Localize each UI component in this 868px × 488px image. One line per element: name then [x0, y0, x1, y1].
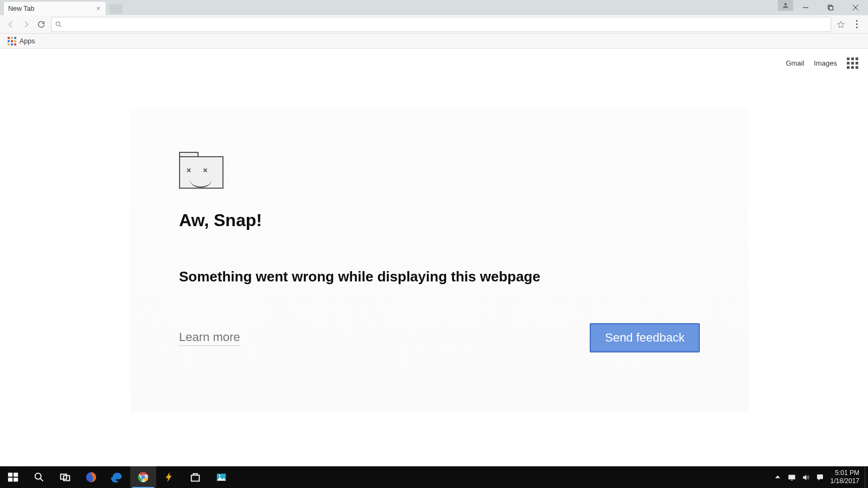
- person-icon: [782, 2, 789, 9]
- svg-rect-2: [829, 7, 833, 10]
- svg-rect-7: [8, 473, 12, 477]
- tray-action-center-icon[interactable]: [813, 466, 827, 488]
- send-feedback-button[interactable]: Send feedback: [590, 323, 700, 352]
- svg-rect-9: [8, 478, 12, 481]
- svg-rect-20: [789, 475, 795, 479]
- show-desktop-button[interactable]: [865, 466, 868, 488]
- system-tray: 5:01 PM 1/18/2017: [771, 466, 868, 488]
- browser-tab-strip: New Tab ×: [0, 0, 868, 15]
- svg-point-5: [56, 22, 60, 25]
- reload-button[interactable]: [34, 17, 49, 32]
- navigation-toolbar: [0, 15, 868, 34]
- window-minimize-button[interactable]: [793, 0, 818, 15]
- apps-icon: [8, 37, 16, 46]
- bookmarks-bar: Apps: [0, 34, 868, 49]
- page-content: Gmail Images ×× Aw, Snap! Something went…: [0, 49, 868, 466]
- task-view-button[interactable]: [52, 466, 78, 488]
- taskbar-winamp[interactable]: [156, 466, 182, 488]
- learn-more-link[interactable]: Learn more: [179, 330, 240, 346]
- taskbar-clock[interactable]: 5:01 PM 1/18/2017: [827, 469, 865, 485]
- svg-line-12: [40, 478, 43, 481]
- search-icon: [55, 21, 62, 28]
- browser-tab-new-tab[interactable]: New Tab ×: [3, 1, 106, 15]
- svg-line-6: [59, 25, 61, 27]
- svg-rect-8: [14, 473, 18, 477]
- tray-overflow-button[interactable]: [771, 466, 785, 488]
- new-tab-button[interactable]: [110, 4, 123, 14]
- kebab-menu-icon: [856, 20, 858, 28]
- sad-folder-icon: ××: [179, 152, 224, 189]
- photos-icon: [215, 471, 227, 483]
- window-maximize-button[interactable]: [818, 0, 843, 15]
- window-controls: [793, 0, 868, 15]
- images-link[interactable]: Images: [814, 59, 837, 67]
- taskbar-photos[interactable]: [208, 466, 234, 488]
- windows-taskbar: 5:01 PM 1/18/2017: [0, 466, 868, 488]
- store-icon: [189, 471, 201, 483]
- windows-logo-icon: [7, 471, 19, 483]
- apps-bookmark[interactable]: Apps: [4, 36, 39, 47]
- address-bar[interactable]: [51, 17, 831, 32]
- task-view-icon: [59, 471, 71, 483]
- svg-point-11: [35, 473, 41, 479]
- firefox-icon: [85, 471, 97, 483]
- profile-button[interactable]: [778, 0, 793, 11]
- start-button[interactable]: [0, 466, 26, 488]
- tray-volume-icon[interactable]: [799, 466, 813, 488]
- omnibox-input[interactable]: [66, 20, 827, 28]
- gmail-link[interactable]: Gmail: [786, 59, 804, 67]
- taskbar-firefox[interactable]: [78, 466, 104, 488]
- google-header-links: Gmail Images: [786, 57, 858, 69]
- svg-point-19: [219, 475, 220, 477]
- apps-bookmark-label: Apps: [20, 37, 35, 45]
- window-close-button[interactable]: [843, 0, 868, 15]
- svg-rect-10: [14, 478, 18, 481]
- taskbar-edge[interactable]: [104, 466, 130, 488]
- chrome-menu-button[interactable]: [848, 20, 865, 28]
- clock-date: 1/18/2017: [831, 477, 859, 485]
- lightning-icon: [163, 471, 175, 483]
- taskbar-store[interactable]: [182, 466, 208, 488]
- error-actions: Learn more Send feedback: [179, 323, 700, 352]
- tab-title: New Tab: [8, 5, 34, 12]
- chrome-icon: [137, 471, 149, 483]
- search-icon: [33, 471, 45, 483]
- error-title: Aw, Snap!: [179, 210, 700, 230]
- tray-display-icon[interactable]: [785, 466, 799, 488]
- error-subtitle: Something went wrong while displaying th…: [179, 268, 700, 285]
- taskbar-search-button[interactable]: [26, 466, 52, 488]
- taskbar-chrome[interactable]: [130, 466, 156, 488]
- google-apps-button[interactable]: [847, 57, 858, 69]
- forward-button[interactable]: [18, 17, 34, 32]
- error-panel: ×× Aw, Snap! Something went wrong while …: [130, 108, 749, 412]
- bookmark-star-button[interactable]: [833, 17, 848, 32]
- tab-close-icon[interactable]: ×: [95, 5, 101, 12]
- back-button[interactable]: [3, 17, 18, 32]
- clock-time: 5:01 PM: [831, 469, 859, 477]
- edge-icon: [111, 471, 123, 483]
